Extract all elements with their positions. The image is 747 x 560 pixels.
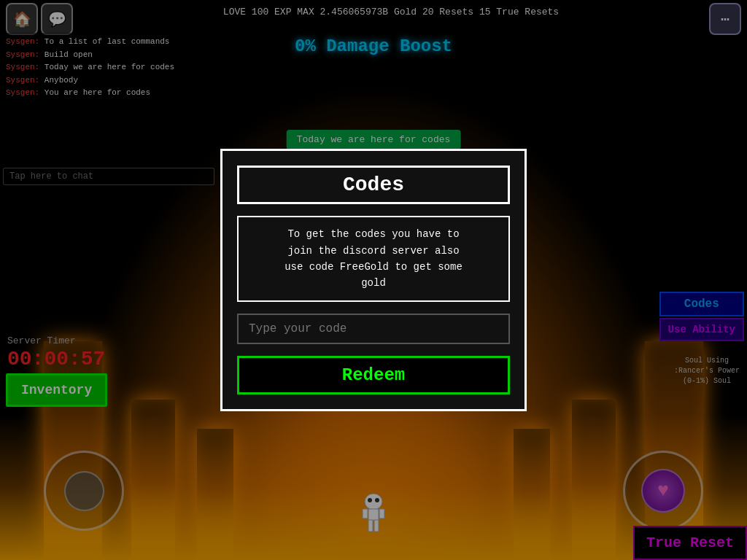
modal-title-box: Codes — [237, 166, 510, 204]
modal-description: To get the codes you have to join the di… — [237, 216, 510, 302]
redeem-button[interactable]: Redeem — [237, 356, 510, 394]
modal-title: Codes — [343, 174, 404, 196]
codes-modal: Codes To get the codes you have to join … — [220, 149, 527, 411]
code-input[interactable] — [237, 314, 510, 344]
modal-overlay: Codes To get the codes you have to join … — [0, 0, 747, 560]
